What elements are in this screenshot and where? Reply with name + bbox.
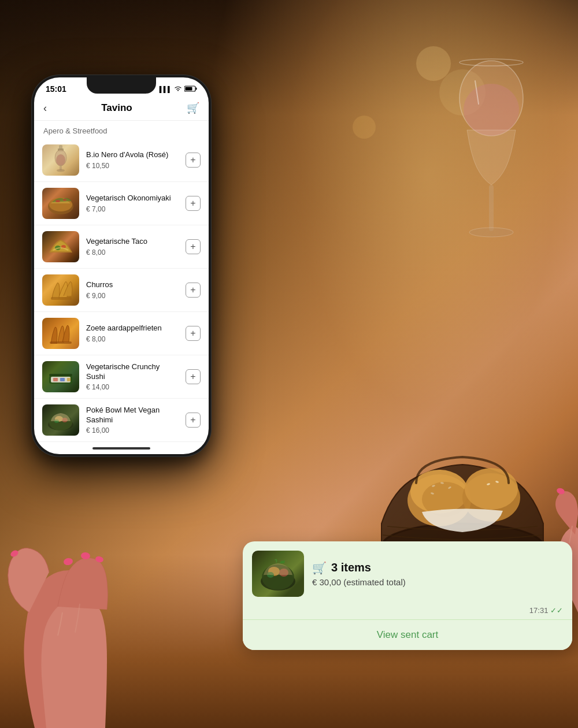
view-sent-cart-button[interactable]: View sent cart [243, 620, 572, 650]
item-price: € 16,00 [86, 426, 179, 434]
item-info: Poké Bowl Met Vegan Sashimi € 16,00 [86, 406, 179, 435]
cart-icon: 🛒 [312, 561, 327, 575]
add-item-button[interactable]: + [186, 239, 201, 254]
menu-item: B.io Nero d'Avola (Rosé) € 10,50 + [34, 139, 209, 182]
item-price: € 10,50 [86, 162, 179, 170]
menu-list: B.io Nero d'Avola (Rosé) € 10,50 + [34, 139, 209, 446]
svg-point-22 [177, 90, 179, 91]
svg-rect-45 [49, 374, 72, 376]
svg-rect-43 [60, 378, 65, 381]
item-price: € 8,00 [86, 335, 179, 343]
item-info: B.io Nero d'Avola (Rosé) € 10,50 [86, 150, 179, 170]
menu-item: Vegetarische Taco € 8,00 + [34, 225, 209, 269]
svg-rect-2 [489, 185, 494, 231]
signal-icon: ▌▌▌ [160, 86, 172, 92]
item-name: Churros [86, 280, 179, 290]
item-name: Zoete aardappelfrieten [86, 324, 179, 333]
cart-info: 🛒 3 items € 30,00 (estimated total) [312, 561, 563, 587]
cart-item-image [252, 551, 304, 597]
add-item-button[interactable]: + [186, 326, 201, 341]
svg-point-35 [63, 199, 66, 201]
svg-rect-38 [51, 297, 72, 300]
cart-button[interactable]: 🛒 [187, 102, 199, 114]
add-item-button[interactable]: + [186, 196, 201, 211]
item-name: B.io Nero d'Avola (Rosé) [86, 150, 179, 160]
menu-item: Vegetarische Crunchy Sushi € 14,00 + [34, 355, 209, 399]
cart-items-count: 🛒 3 items [312, 561, 563, 575]
timestamp-text: 17:31 [529, 606, 549, 615]
svg-point-3 [469, 228, 513, 237]
item-image-churros [42, 274, 79, 306]
item-price: € 14,00 [86, 383, 179, 391]
svg-rect-44 [67, 378, 71, 381]
item-price: € 9,00 [86, 292, 179, 300]
cart-total-text: € 30,00 (estimated total) [312, 577, 563, 587]
item-info: Vegetarisch Okonomiyaki € 7,00 [86, 194, 179, 213]
cart-notification-bubble[interactable]: 🛒 3 items € 30,00 (estimated total) 17:3… [243, 541, 572, 650]
item-image-wine [42, 144, 79, 176]
item-price: € 8,00 [86, 248, 179, 257]
item-info: Churros € 9,00 [86, 280, 179, 300]
restaurant-title: Tavino [101, 102, 132, 114]
status-time: 15:01 [46, 84, 66, 94]
menu-item: Pasta fresca Aglio e Olio € 8,00 + [34, 442, 209, 446]
back-button[interactable]: ‹ [43, 102, 47, 114]
item-image-taco [42, 231, 79, 262]
nav-bar: ‹ Tavino 🛒 [34, 97, 209, 121]
svg-point-31 [57, 169, 65, 172]
item-price: € 7,00 [86, 205, 179, 213]
item-image-fries [42, 318, 79, 349]
svg-rect-42 [53, 378, 58, 381]
items-count-text: 3 items [331, 561, 371, 574]
phone-notch [87, 77, 156, 94]
item-info: Vegetarische Crunchy Sushi € 14,00 [86, 362, 179, 392]
phone-mockup: 15:01 ▌▌▌ [32, 75, 211, 456]
phone-screen: 15:01 ▌▌▌ [34, 77, 209, 454]
menu-item: Vegetarisch Okonomiyaki € 7,00 + [34, 182, 209, 225]
home-indicator [92, 447, 150, 450]
category-label: Apero & Streetfood [34, 121, 209, 139]
add-item-button[interactable]: + [186, 153, 201, 168]
menu-item: Poké Bowl Met Vegan Sashimi € 16,00 + [34, 399, 209, 442]
wine-glass-decoration [445, 29, 538, 251]
svg-point-29 [56, 154, 65, 166]
item-image-okonomiyaki [42, 188, 79, 219]
item-image-sushi [42, 361, 79, 392]
item-name: Vegetarische Crunchy Sushi [86, 362, 179, 382]
item-info: Vegetarische Taco € 8,00 [86, 237, 179, 257]
wifi-icon [174, 86, 182, 92]
add-item-button[interactable]: + [186, 283, 201, 298]
item-name: Vegetarisch Okonomiyaki [86, 194, 179, 203]
svg-point-34 [55, 200, 60, 202]
item-name: Poké Bowl Met Vegan Sashimi [86, 406, 179, 425]
svg-rect-24 [196, 87, 197, 90]
phone-frame: 15:01 ▌▌▌ [32, 75, 211, 456]
cart-bubble-content: 🛒 3 items € 30,00 (estimated total) [243, 541, 572, 606]
svg-point-17 [63, 558, 73, 566]
add-item-button[interactable]: + [186, 413, 201, 428]
svg-point-1 [464, 84, 519, 136]
svg-rect-39 [50, 341, 72, 344]
hand-left [0, 428, 277, 728]
menu-item: Zoete aardappelfrieten € 8,00 + [34, 312, 209, 355]
item-image-poke [42, 404, 79, 436]
menu-item: Churros € 9,00 + [34, 269, 209, 312]
cart-timestamp: 17:31 ✓✓ [243, 606, 572, 619]
add-item-button[interactable]: + [186, 369, 201, 384]
status-icons: ▌▌▌ [160, 86, 197, 93]
svg-rect-25 [186, 87, 192, 90]
item-info: Zoete aardappelfrieten € 8,00 [86, 324, 179, 343]
battery-icon [184, 86, 197, 93]
item-name: Vegetarische Taco [86, 237, 179, 247]
bokeh-light-2 [353, 116, 376, 139]
read-receipt-icon: ✓✓ [550, 606, 563, 615]
